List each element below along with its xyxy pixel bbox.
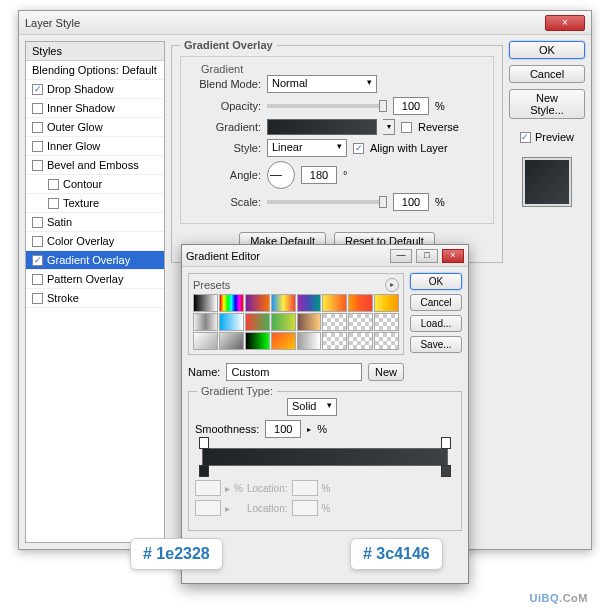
grad-type-select[interactable]: Solid — [287, 398, 337, 416]
smoothness-input[interactable]: 100 — [265, 420, 301, 438]
ge-title: Gradient Editor — [186, 250, 260, 262]
style-checkbox[interactable] — [32, 255, 43, 266]
gradient-preset[interactable] — [245, 294, 270, 312]
ge-titlebar[interactable]: Gradient Editor — □ × — [182, 245, 468, 267]
gradient-preset[interactable] — [193, 313, 218, 331]
style-label: Pattern Overlay — [47, 273, 123, 285]
gradient-preset[interactable] — [322, 294, 347, 312]
style-item-texture[interactable]: Texture — [26, 194, 164, 213]
gradient-preset[interactable] — [374, 313, 399, 331]
opacity-stop-right[interactable] — [441, 437, 451, 449]
presets-label: Presets — [193, 279, 230, 291]
style-item-pattern-overlay[interactable]: Pattern Overlay — [26, 270, 164, 289]
reverse-checkbox[interactable] — [401, 122, 412, 133]
style-checkbox[interactable] — [32, 84, 43, 95]
reverse-label: Reverse — [418, 121, 459, 133]
style-checkbox[interactable] — [32, 160, 43, 171]
styles-list: Styles Blending Options: Default Drop Sh… — [25, 41, 165, 543]
minimize-button[interactable]: — — [390, 249, 412, 263]
ge-ok-button[interactable]: OK — [410, 273, 462, 290]
location-label: Location: — [247, 503, 288, 514]
style-item-bevel-and-emboss[interactable]: Bevel and Emboss — [26, 156, 164, 175]
angle-input[interactable]: 180 — [301, 166, 337, 184]
gradient-preset[interactable] — [297, 294, 322, 312]
style-label: Drop Shadow — [47, 83, 114, 95]
scale-slider[interactable] — [267, 200, 387, 204]
color-stop-left[interactable] — [199, 465, 209, 477]
style-item-outer-glow[interactable]: Outer Glow — [26, 118, 164, 137]
gradient-preset[interactable] — [271, 313, 296, 331]
gradient-swatch[interactable] — [267, 119, 377, 135]
style-checkbox[interactable] — [32, 217, 43, 228]
gradient-preset[interactable] — [297, 332, 322, 350]
titlebar[interactable]: Layer Style × — [19, 11, 591, 35]
style-item-inner-glow[interactable]: Inner Glow — [26, 137, 164, 156]
gradient-preset[interactable] — [322, 313, 347, 331]
align-checkbox[interactable] — [353, 143, 364, 154]
gradient-preset[interactable] — [271, 294, 296, 312]
scale-input[interactable]: 100 — [393, 193, 429, 211]
gradient-preset[interactable] — [348, 294, 373, 312]
gradient-preset[interactable] — [348, 332, 373, 350]
gradient-preset[interactable] — [245, 332, 270, 350]
opacity-input[interactable]: 100 — [393, 97, 429, 115]
grad-type-label: Gradient Type: — [197, 385, 277, 397]
gradient-preset[interactable] — [245, 313, 270, 331]
style-checkbox[interactable] — [48, 198, 59, 209]
maximize-button[interactable]: □ — [416, 249, 438, 263]
style-checkbox[interactable] — [32, 141, 43, 152]
gradient-dropdown[interactable]: ▾ — [383, 119, 395, 135]
style-item-drop-shadow[interactable]: Drop Shadow — [26, 80, 164, 99]
gradient-preset[interactable] — [374, 294, 399, 312]
name-input[interactable]: Custom — [226, 363, 362, 381]
gradient-preset[interactable] — [219, 332, 244, 350]
blending-options[interactable]: Blending Options: Default — [26, 61, 164, 80]
gradient-preset[interactable] — [219, 313, 244, 331]
style-checkbox[interactable] — [32, 103, 43, 114]
gradient-preset[interactable] — [219, 294, 244, 312]
style-item-color-overlay[interactable]: Color Overlay — [26, 232, 164, 251]
style-checkbox[interactable] — [32, 236, 43, 247]
style-item-inner-shadow[interactable]: Inner Shadow — [26, 99, 164, 118]
pct-label: % — [435, 100, 445, 112]
gradient-label: Gradient: — [189, 121, 261, 133]
ge-close-button[interactable]: × — [442, 249, 464, 263]
opacity-slider[interactable] — [267, 104, 387, 108]
style-item-contour[interactable]: Contour — [26, 175, 164, 194]
new-gradient-button[interactable]: New — [368, 363, 404, 381]
style-checkbox[interactable] — [32, 293, 43, 304]
blend-mode-label: Blend Mode: — [189, 78, 261, 90]
new-style-button[interactable]: New Style... — [509, 89, 585, 119]
gradient-preset[interactable] — [297, 313, 322, 331]
preview-checkbox[interactable] — [520, 132, 531, 143]
ge-load-button[interactable]: Load... — [410, 315, 462, 332]
gradient-preset[interactable] — [193, 294, 218, 312]
color-stop-right[interactable] — [441, 465, 451, 477]
styles-header[interactable]: Styles — [26, 42, 164, 61]
close-button[interactable]: × — [545, 15, 585, 31]
gradient-preset[interactable] — [374, 332, 399, 350]
style-item-stroke[interactable]: Stroke — [26, 289, 164, 308]
gradient-preset[interactable] — [271, 332, 296, 350]
degree-label: ° — [343, 169, 347, 181]
style-checkbox[interactable] — [32, 274, 43, 285]
ok-button[interactable]: OK — [509, 41, 585, 59]
style-select[interactable]: Linear — [267, 139, 347, 157]
style-checkbox[interactable] — [32, 122, 43, 133]
gradient-preset[interactable] — [348, 313, 373, 331]
style-label: Color Overlay — [47, 235, 114, 247]
style-item-gradient-overlay[interactable]: Gradient Overlay — [26, 251, 164, 270]
angle-dial[interactable] — [267, 161, 295, 189]
opacity-stop-left[interactable] — [199, 437, 209, 449]
ge-save-button[interactable]: Save... — [410, 336, 462, 353]
gradient-preset[interactable] — [193, 332, 218, 350]
name-label: Name: — [188, 366, 220, 378]
style-checkbox[interactable] — [48, 179, 59, 190]
blend-mode-select[interactable]: Normal — [267, 75, 377, 93]
gradient-ramp[interactable] — [202, 448, 448, 466]
style-item-satin[interactable]: Satin — [26, 213, 164, 232]
ge-cancel-button[interactable]: Cancel — [410, 294, 462, 311]
gradient-preset[interactable] — [322, 332, 347, 350]
presets-menu-icon[interactable]: ▸ — [385, 278, 399, 292]
cancel-button[interactable]: Cancel — [509, 65, 585, 83]
